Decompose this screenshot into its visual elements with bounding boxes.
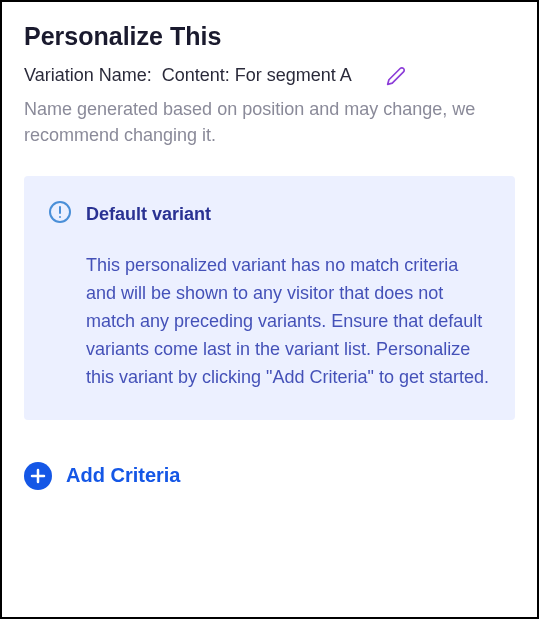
variation-name-label: Variation Name: — [24, 65, 152, 86]
add-criteria-button[interactable]: Add Criteria — [24, 462, 180, 490]
info-icon — [48, 200, 72, 228]
info-card-title: Default variant — [86, 204, 211, 225]
add-criteria-label: Add Criteria — [66, 464, 180, 487]
page-title: Personalize This — [24, 22, 515, 51]
default-variant-card: Default variant This personalized varian… — [24, 176, 515, 419]
variation-name-row: Variation Name: Content: For segment A — [24, 65, 515, 86]
personalize-panel: Personalize This Variation Name: Content… — [0, 0, 539, 619]
svg-point-2 — [59, 216, 61, 218]
edit-variation-button[interactable] — [386, 66, 406, 86]
info-card-body: This personalized variant has no match c… — [48, 252, 489, 391]
variation-name-value: Content: For segment A — [162, 65, 352, 86]
plus-circle-icon — [24, 462, 52, 490]
variation-helper-text: Name generated based on position and may… — [24, 96, 515, 148]
pencil-icon — [386, 66, 406, 86]
info-card-header: Default variant — [48, 200, 489, 228]
